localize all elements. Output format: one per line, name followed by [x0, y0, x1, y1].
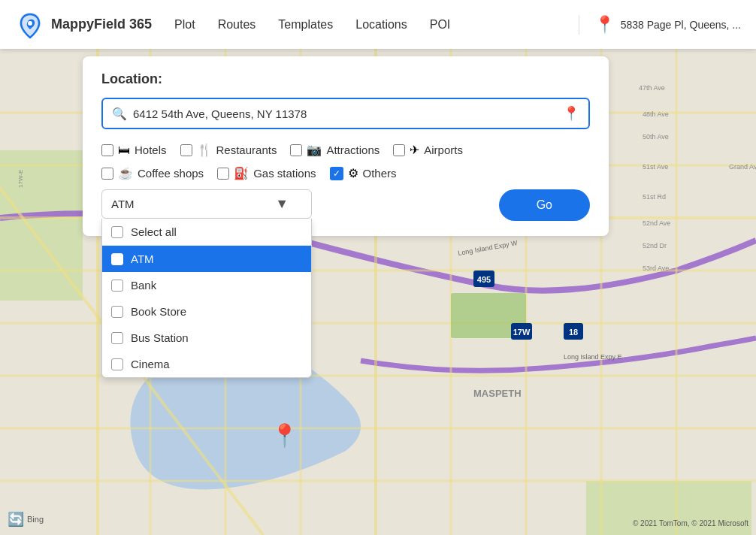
hotels-icon: 🛏	[118, 144, 130, 157]
restaurants-label: Restaurants	[216, 144, 277, 156]
navbar: MappyField 365 Plot Routes Templates Loc…	[0, 0, 756, 49]
dropdown-menu: Select all ✓ ATM Bank	[101, 219, 312, 378]
search-icon: 🔍	[112, 107, 127, 121]
nav-routes[interactable]: Routes	[218, 18, 256, 32]
hotels-label: Hotels	[135, 144, 167, 156]
svg-text:52nd Dr: 52nd Dr	[643, 242, 667, 249]
others-icon: ⚙	[348, 166, 358, 180]
dropdown-scroll[interactable]: ✓ ATM Bank Book Store	[102, 246, 311, 377]
svg-text:17W: 17W	[513, 328, 531, 337]
dropdown-item-bank[interactable]: Bank	[102, 272, 311, 298]
search-pin-icon: 📍	[563, 105, 579, 122]
svg-rect-1	[0, 150, 83, 301]
location-panel: Location: 🔍 📍 🛏 Hotels 🍴 Restaurants 📷 A…	[83, 56, 609, 236]
svg-point-41	[28, 21, 32, 26]
nav-links: Plot Routes Templates Locations POI	[174, 18, 579, 32]
checkbox-attractions[interactable]: 📷 Attractions	[290, 143, 380, 157]
search-row: 🔍 📍	[101, 98, 590, 129]
svg-text:495: 495	[477, 275, 491, 284]
logo-icon	[15, 10, 45, 40]
nav-right: 📍 5838 Page Pl, Queens, ...	[579, 15, 741, 35]
map-marker: 📍	[271, 422, 298, 449]
svg-text:Grand Ave: Grand Ave	[729, 163, 756, 171]
attractions-label: Attractions	[326, 144, 380, 156]
hotels-checkbox[interactable]	[101, 144, 113, 156]
cinema-checkbox	[111, 358, 123, 370]
others-checkbox-checked: ✓	[330, 167, 343, 180]
svg-text:Long Island Expy E: Long Island Expy E	[564, 353, 622, 361]
atm-checkmark: ✓	[113, 254, 121, 264]
restaurants-icon: 🍴	[197, 143, 212, 157]
svg-text:52nd Ave: 52nd Ave	[643, 219, 670, 227]
airports-icon: ✈	[410, 143, 419, 157]
dropdown-item-cinema[interactable]: Cinema	[102, 351, 311, 377]
dropdown-item-busstation[interactable]: Bus Station	[102, 325, 311, 351]
panel-title: Location:	[101, 71, 590, 87]
svg-text:47th Ave: 47th Ave	[639, 84, 665, 92]
logo-text: MappyField 365	[51, 17, 152, 32]
svg-text:MASPETH: MASPETH	[473, 388, 522, 399]
dropdown-item-bookstore[interactable]: Book Store	[102, 298, 311, 325]
bookstore-checkbox	[111, 306, 123, 318]
busstation-label: Bus Station	[131, 331, 189, 344]
dropdown-trigger[interactable]: ATM ▼	[101, 189, 312, 219]
checkbox-hotels[interactable]: 🛏 Hotels	[101, 144, 167, 157]
restaurants-checkbox[interactable]	[180, 144, 192, 156]
checkboxes-row-2: ☕ Coffee shops ⛽ Gas stations ✓ ⚙ Others	[101, 166, 590, 180]
checkbox-restaurants[interactable]: 🍴 Restaurants	[180, 143, 277, 157]
atm-label: ATM	[131, 252, 154, 265]
gas-icon: ⛽	[234, 166, 249, 180]
gas-label: Gas stations	[253, 167, 316, 180]
go-button[interactable]: Go	[499, 189, 590, 221]
bing-attribution: 🔄 Bing	[8, 511, 44, 527]
nav-plot[interactable]: Plot	[174, 18, 195, 32]
checkbox-airports[interactable]: ✈ Airports	[393, 143, 463, 157]
attractions-icon: 📷	[307, 143, 322, 157]
nav-templates[interactable]: Templates	[278, 18, 333, 32]
checkbox-others[interactable]: ✓ ⚙ Others	[330, 166, 397, 180]
search-input[interactable]	[133, 107, 563, 120]
svg-text:50th Ave: 50th Ave	[643, 133, 669, 141]
nav-address: 5838 Page Pl, Queens, ...	[621, 19, 741, 31]
attractions-checkbox[interactable]	[290, 144, 302, 156]
bing-label: Bing	[27, 515, 44, 524]
svg-text:48th Ave: 48th Ave	[643, 110, 669, 118]
checkbox-gas[interactable]: ⛽ Gas stations	[217, 166, 316, 180]
logo[interactable]: MappyField 365	[15, 10, 152, 40]
atm-checkbox: ✓	[111, 253, 123, 265]
checkbox-coffee[interactable]: ☕ Coffee shops	[101, 166, 204, 180]
bank-label: Bank	[131, 279, 156, 292]
coffee-label: Coffee shops	[138, 167, 204, 180]
others-label: Others	[363, 167, 397, 180]
map-copyright: © 2021 TomTom, © 2021 Microsoft	[633, 519, 748, 527]
select-all-checkbox	[111, 226, 123, 238]
coffee-checkbox[interactable]	[101, 168, 113, 180]
svg-text:53rd Ave: 53rd Ave	[643, 264, 669, 272]
coffee-icon: ☕	[118, 166, 133, 180]
airports-label: Airports	[424, 144, 463, 156]
dropdown-container: ATM ▼ Select all ✓ ATM	[101, 189, 312, 219]
nav-locations[interactable]: Locations	[355, 18, 407, 32]
checkboxes-row-1: 🛏 Hotels 🍴 Restaurants 📷 Attractions ✈ A…	[101, 143, 590, 157]
dropdown-row: ATM ▼ Select all ✓ ATM	[101, 189, 590, 221]
nav-location-pin-icon: 📍	[594, 15, 615, 35]
busstation-checkbox	[111, 332, 123, 344]
dropdown-select-all[interactable]: Select all	[102, 219, 311, 246]
cinema-label: Cinema	[131, 358, 170, 370]
refresh-icon: 🔄	[8, 511, 24, 527]
svg-text:51st Rd: 51st Rd	[643, 193, 666, 201]
gas-checkbox[interactable]	[217, 168, 229, 180]
dropdown-current-value: ATM	[111, 198, 135, 210]
svg-text:18: 18	[569, 328, 578, 337]
bank-checkbox	[111, 280, 123, 292]
svg-text:51st Ave: 51st Ave	[643, 163, 668, 171]
airports-checkbox[interactable]	[393, 144, 405, 156]
dropdown-arrow-icon: ▼	[275, 196, 289, 212]
dropdown-item-atm[interactable]: ✓ ATM	[102, 246, 311, 272]
svg-text:17W-E: 17W-E	[17, 170, 24, 188]
bookstore-label: Book Store	[131, 305, 186, 318]
select-all-label: Select all	[131, 225, 177, 238]
nav-poi[interactable]: POI	[430, 18, 451, 32]
